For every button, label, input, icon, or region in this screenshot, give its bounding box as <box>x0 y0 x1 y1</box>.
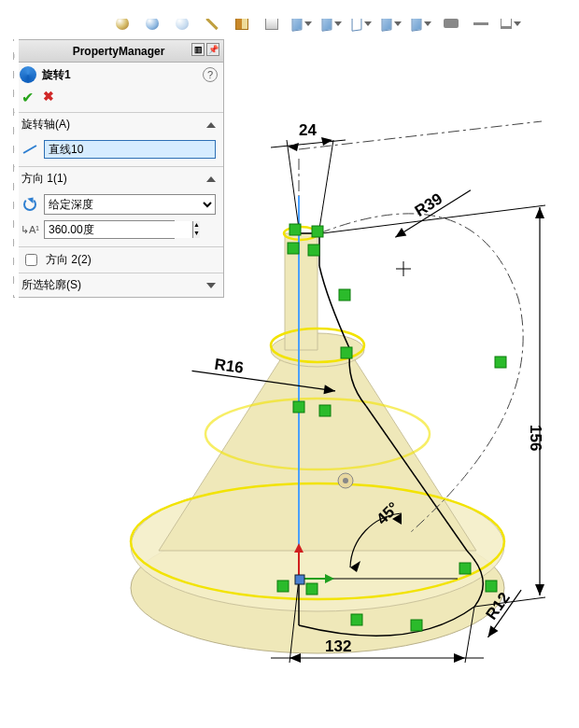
section-axis-header[interactable]: 旋转轴(A) <box>14 113 223 136</box>
svg-rect-40 <box>288 243 299 254</box>
section-dir1-label: 方向 1(1) <box>21 171 67 187</box>
plane-icon[interactable] <box>112 13 133 34</box>
direction2-label: 方向 2(2) <box>46 252 92 268</box>
ok-button[interactable]: ✔ <box>21 89 34 106</box>
dimension-24[interactable]: 24 <box>271 121 346 229</box>
measure-icon[interactable] <box>202 13 222 34</box>
panel-option-button[interactable]: ▥ <box>191 43 205 56</box>
zoom-area-icon[interactable] <box>172 13 192 34</box>
svg-rect-46 <box>319 405 331 416</box>
direction2-checkbox[interactable] <box>25 254 37 266</box>
svg-rect-47 <box>459 563 471 574</box>
svg-rect-45 <box>293 401 304 413</box>
construction-line-top <box>299 121 542 149</box>
svg-rect-43 <box>341 347 352 358</box>
feature-name: 旋转1 <box>42 67 197 83</box>
feature-header: 旋转1 ? <box>14 63 223 87</box>
reverse-direction-icon[interactable] <box>21 196 38 213</box>
svg-marker-35 <box>290 653 301 663</box>
angle-spinner[interactable]: ▲▼ <box>44 220 175 239</box>
panel-titlebar: PropertyManager ▥ 📌 <box>14 40 223 63</box>
angle-input[interactable] <box>45 221 192 238</box>
svg-marker-14 <box>393 228 407 241</box>
appearance-icon[interactable] <box>261 13 282 34</box>
panel-pin-button[interactable]: 📌 <box>206 43 219 56</box>
axis-selection-input[interactable] <box>44 140 216 159</box>
svg-text:R39: R39 <box>412 189 446 220</box>
spin-up-button[interactable]: ▲ <box>192 221 200 230</box>
revolve-feature-icon <box>20 66 36 83</box>
svg-line-8 <box>319 140 333 229</box>
angle-icon: ↳A¹ <box>21 221 38 238</box>
end-condition-select[interactable]: 给定深度 <box>44 194 216 215</box>
section-axis-label: 旋转轴(A) <box>21 117 70 133</box>
svg-marker-20 <box>535 584 544 595</box>
svg-rect-44 <box>495 357 506 368</box>
perspective-icon[interactable] <box>381 13 402 34</box>
svg-marker-10 <box>288 143 299 151</box>
display-style-icon[interactable] <box>291 13 312 34</box>
svg-rect-48 <box>277 581 289 592</box>
svg-rect-41 <box>308 245 319 256</box>
svg-rect-39 <box>312 226 323 237</box>
svg-text:24: 24 <box>299 121 317 139</box>
panel-title: PropertyManager <box>73 45 165 58</box>
svg-point-61 <box>343 478 348 483</box>
section-contours-header[interactable]: 所选轮廓(S) <box>14 273 223 297</box>
svg-line-9 <box>271 140 346 147</box>
svg-rect-42 <box>339 289 350 301</box>
arc-center-mark <box>396 261 411 276</box>
svg-marker-36 <box>454 653 465 663</box>
svg-text:156: 156 <box>527 425 544 451</box>
chevron-up-icon <box>206 176 216 182</box>
shadow-icon[interactable] <box>411 13 431 34</box>
section-dir2-row[interactable]: 方向 2(2) <box>14 247 223 273</box>
svg-rect-52 <box>486 581 497 592</box>
section-dir1-header[interactable]: 方向 1(1) <box>14 167 223 190</box>
svg-rect-38 <box>290 224 301 235</box>
shaded-icon[interactable] <box>321 13 342 34</box>
camera-icon[interactable] <box>441 13 461 34</box>
hidden-lines-icon[interactable] <box>351 13 372 34</box>
chevron-down-icon <box>206 283 216 288</box>
axis-line-icon <box>21 141 38 158</box>
view-toolbar <box>112 11 551 35</box>
svg-marker-19 <box>535 207 544 218</box>
svg-text:132: 132 <box>325 637 351 655</box>
svg-marker-30 <box>484 625 498 640</box>
section-contours-label: 所选轮廓(S) <box>21 277 81 293</box>
cancel-button[interactable]: ✖ <box>43 89 54 106</box>
svg-rect-49 <box>306 583 318 595</box>
screen-capture-icon[interactable] <box>501 13 521 34</box>
zoom-fit-icon[interactable] <box>142 13 162 34</box>
svg-text:R16: R16 <box>213 356 245 377</box>
help-button[interactable]: ? <box>203 67 218 82</box>
svg-line-7 <box>287 140 299 229</box>
property-manager-panel: PropertyManager ▥ 📌 旋转1 ? ✔ ✖ 旋转轴(A) 方向 … <box>13 39 224 298</box>
section-view-icon[interactable] <box>232 13 252 34</box>
svg-rect-57 <box>295 575 304 584</box>
chevron-up-icon <box>206 122 216 128</box>
separator-icon <box>471 13 491 34</box>
view-rotate-icon <box>338 473 353 488</box>
svg-rect-50 <box>351 614 362 625</box>
svg-rect-51 <box>411 620 422 631</box>
spin-down-button[interactable]: ▼ <box>192 230 200 238</box>
dimension-r39[interactable]: R39 <box>386 175 473 242</box>
